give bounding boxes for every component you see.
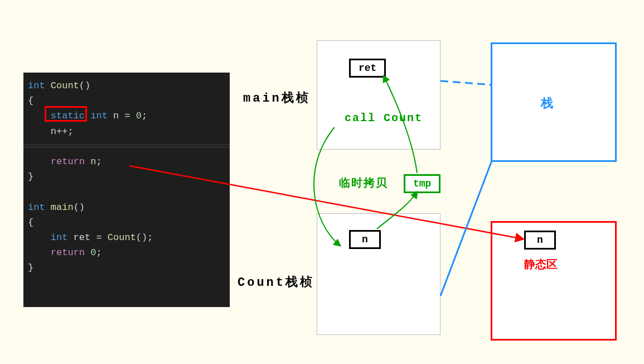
count-frame-label: Count栈桢	[238, 274, 314, 290]
editor-hline	[23, 147, 230, 147]
static-area-label: 静态区	[524, 257, 558, 272]
line-mainframe-to-stack	[440, 81, 492, 85]
code-editor: int Count() { static int n = 0; n++; ret…	[23, 73, 230, 307]
var-ret: ret	[349, 59, 386, 78]
var-n-static: n	[524, 231, 556, 250]
call-count-label: call Count	[345, 112, 423, 124]
temp-copy-label: 临时拷贝	[339, 175, 388, 190]
var-tmp: tmp	[404, 174, 440, 193]
main-frame-label: main栈桢	[243, 89, 311, 106]
var-n-count: n	[349, 230, 381, 249]
main-stack-frame	[317, 40, 440, 150]
editor-hline	[23, 145, 230, 145]
line-countframe-to-stack	[440, 161, 492, 296]
stack-region	[491, 42, 617, 162]
stack-label: 栈	[541, 95, 553, 112]
